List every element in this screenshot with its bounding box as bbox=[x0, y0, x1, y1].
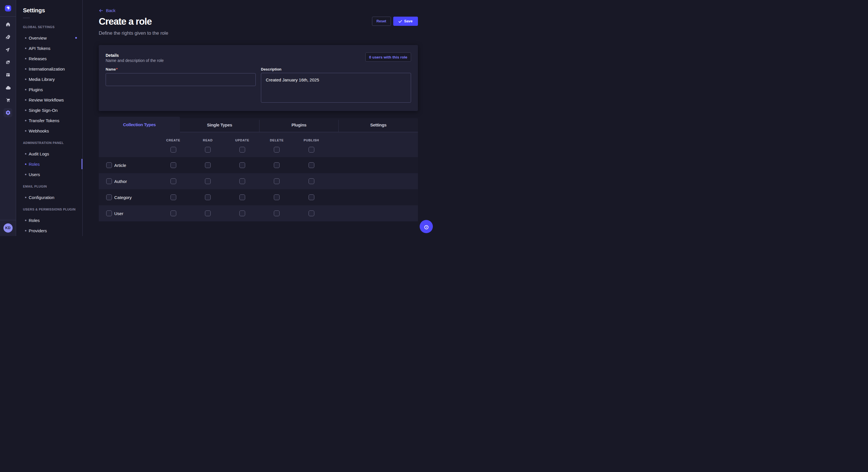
svg-text:?: ? bbox=[425, 226, 427, 229]
